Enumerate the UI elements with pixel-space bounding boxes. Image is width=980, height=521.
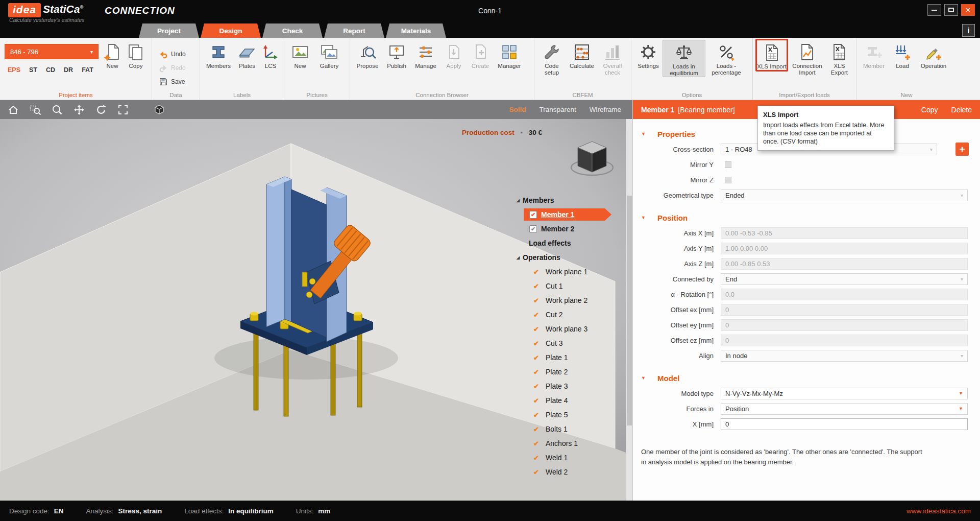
redo-button[interactable]: Redo [159, 61, 186, 75]
website-link[interactable]: www.ideastatica.com [906, 507, 971, 515]
display-mode-wireframe[interactable]: Wireframe [590, 106, 621, 113]
tree-item-operation[interactable]: ✔ Anchors 1 [510, 436, 629, 451]
section-collapse-icon[interactable]: ▼ [641, 215, 657, 220]
zoom-icon[interactable] [51, 104, 63, 116]
xls-import-button[interactable]: XLS Import [757, 40, 787, 70]
display-mode-solid[interactable]: Solid [509, 106, 526, 113]
propose-button[interactable]: Propose [353, 40, 382, 69]
analysis-mode-cd[interactable]: CD [46, 66, 55, 74]
member-1-checkbox[interactable]: ✔ [529, 211, 537, 219]
model-type-select[interactable]: N-Vy-Vz-Mx-My-Mz ▼ [721, 388, 968, 399]
lcs-button[interactable]: LCS [260, 40, 281, 69]
tab-project[interactable]: Project [139, 23, 199, 38]
tree-item-operation[interactable]: ✔ Bolts 1 [510, 422, 629, 436]
add-cross-section-button[interactable]: + [955, 143, 969, 156]
tree-item-member-2[interactable]: ✔ Member 2 [510, 222, 629, 236]
mirror-y-checkbox[interactable] [725, 161, 731, 168]
create-button[interactable]: Create [467, 40, 494, 69]
align-select[interactable]: In node ▾ [721, 350, 968, 362]
tree-item-operation[interactable]: ✔ Weld 1 [510, 451, 629, 465]
analysis-mode-eps[interactable]: EPS [8, 66, 20, 74]
tab-materials[interactable]: Materials [386, 23, 446, 38]
home-view-icon[interactable] [7, 104, 19, 116]
forces-in-select[interactable]: Position ▼ [721, 403, 968, 415]
new-picture-button[interactable]: New [287, 40, 313, 69]
axis-y-input: 1.00 0.00 0.00 [721, 243, 968, 254]
new-project-item-button[interactable]: New [101, 40, 124, 69]
manage-button[interactable]: Manage [411, 40, 440, 69]
pan-icon[interactable] [73, 104, 85, 116]
loads-percentage-button[interactable]: Loads - percentage [705, 40, 747, 76]
new-load-button[interactable]: Load [889, 40, 916, 69]
field-connected-by: Connected by End ▾ [633, 271, 980, 287]
collapse-icon[interactable]: ◢ [510, 198, 523, 203]
tree-item-operation[interactable]: ✔ Plate 1 [510, 350, 629, 365]
check-icon: ✔ [533, 397, 546, 405]
delete-member-button[interactable]: Delete [951, 106, 972, 114]
display-mode-transparent[interactable]: Transparent [539, 106, 576, 113]
geometrical-type-select[interactable]: Ended ▾ [721, 190, 968, 201]
tree-item-operation[interactable]: ✔ Cut 3 [510, 336, 629, 350]
tree-item-operation[interactable]: ✔ Work plane 3 [510, 322, 629, 336]
copy-project-item-button[interactable]: Copy [124, 40, 148, 69]
tree-item-operation[interactable]: ✔ Work plane 1 [510, 265, 629, 279]
info-button[interactable]: i [962, 24, 975, 37]
tree-item-operation[interactable]: ✔ Work plane 2 [510, 293, 629, 307]
manager-button[interactable]: Manager [494, 40, 525, 69]
tree-header-operations[interactable]: ◢ Operations [510, 250, 629, 265]
copy-member-button[interactable]: Copy [921, 106, 938, 114]
tree-scrollbar[interactable] [626, 119, 632, 501]
publish-button[interactable]: Publish [382, 40, 411, 69]
apply-button[interactable]: Apply [440, 40, 467, 69]
member-1-selected-row[interactable]: ✔ Member 1 [524, 208, 611, 221]
tree-item-operation[interactable]: ✔ Cut 1 [510, 279, 629, 293]
section-collapse-icon[interactable]: ▼ [641, 131, 657, 136]
collapse-icon[interactable]: ◢ [510, 255, 523, 260]
overall-check-button[interactable]: Overall check [597, 40, 628, 76]
new-member-button[interactable]: Member [859, 40, 889, 69]
tree-header-load-effects[interactable]: Load effects [510, 236, 629, 250]
settings-button[interactable]: Settings [634, 40, 663, 69]
member-2-checkbox[interactable]: ✔ [529, 225, 537, 233]
gallery-button[interactable]: Gallery [313, 40, 345, 69]
solid-cube-icon[interactable] [153, 104, 165, 116]
tree-item-operation[interactable]: ✔ Plate 3 [510, 379, 629, 393]
mirror-z-checkbox[interactable] [725, 177, 731, 183]
tree-item-member-1[interactable]: ✔ Member 1 [510, 207, 629, 222]
abacus-icon [573, 43, 591, 61]
tab-design[interactable]: Design [201, 23, 261, 38]
tree-item-operation[interactable]: ✔ Plate 2 [510, 365, 629, 379]
tree-header-members[interactable]: ◢ Members [510, 193, 629, 207]
zoom-fit-icon[interactable] [117, 104, 129, 116]
tab-report[interactable]: Report [324, 23, 384, 38]
loads-in-equilibrium-toggle[interactable]: Loads in equilibrium [663, 40, 705, 77]
analysis-mode-st[interactable]: ST [29, 66, 37, 74]
tree-item-operation[interactable]: ✔ Plate 5 [510, 408, 629, 422]
tab-check[interactable]: Check [262, 23, 323, 38]
zoom-window-icon[interactable] [29, 104, 41, 116]
close-button[interactable]: × [961, 4, 975, 16]
rotate-view-icon[interactable] [95, 104, 107, 116]
analysis-mode-fat[interactable]: FAT [82, 66, 93, 74]
tree-item-operation[interactable]: ✔ Plate 4 [510, 393, 629, 408]
calculate-button[interactable]: Calculate [567, 40, 597, 69]
connected-by-select[interactable]: End ▾ [721, 273, 968, 285]
xls-export-button[interactable]: XLS Export [825, 40, 853, 76]
scrollbar-thumb[interactable] [627, 196, 632, 425]
column-member[interactable] [266, 177, 347, 342]
minimize-button[interactable] [927, 4, 941, 16]
analysis-mode-dr[interactable]: DR [64, 66, 73, 74]
plates-labels-button[interactable]: Plates [234, 40, 260, 69]
maximize-button[interactable] [944, 4, 958, 16]
tree-item-operation[interactable]: ✔ Weld 2 [510, 465, 629, 479]
connection-import-button[interactable]: Connection Import [789, 40, 825, 76]
code-setup-button[interactable]: Code setup [537, 40, 567, 76]
tree-item-operation[interactable]: ✔ Cut 2 [510, 307, 629, 322]
section-collapse-icon[interactable]: ▼ [641, 375, 657, 381]
save-button[interactable]: Save [159, 75, 186, 88]
members-labels-button[interactable]: Members [203, 40, 234, 69]
new-operation-button[interactable]: Operation [916, 40, 951, 69]
undo-button[interactable]: Undo [159, 47, 186, 61]
project-item-dropdown[interactable]: 846 - 796 ▾ [5, 44, 99, 59]
x-mm-input[interactable]: 0 [721, 418, 968, 430]
